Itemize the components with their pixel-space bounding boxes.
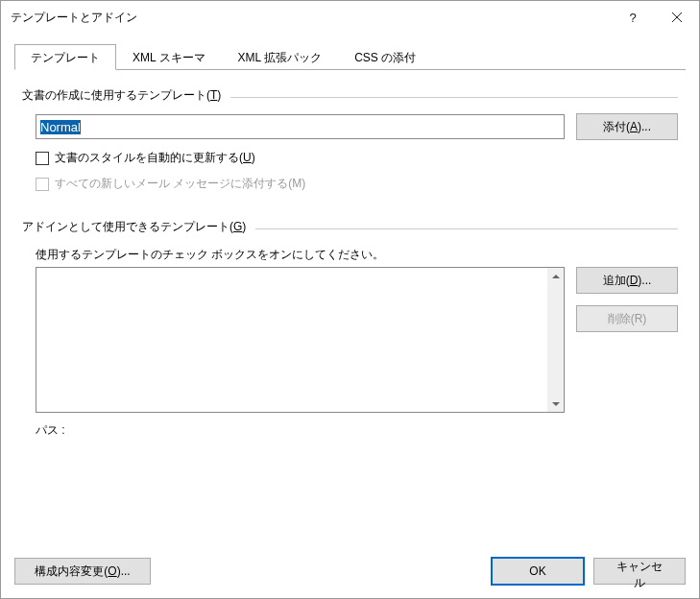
group-divider — [255, 228, 678, 229]
addin-side-buttons: 追加(D)... 削除(R) — [576, 267, 678, 413]
tab-xml-schema[interactable]: XML スキーマ — [116, 44, 222, 70]
scroll-down-button[interactable] — [547, 395, 564, 412]
tab-css-attach[interactable]: CSS の添付 — [338, 44, 432, 70]
addin-instruction: 使用するテンプレートのチェック ボックスをオンにしてください。 — [36, 247, 678, 263]
scroll-up-button[interactable] — [547, 268, 564, 284]
attach-all-mail-checkbox — [36, 178, 49, 191]
addin-templates-label: アドインとして使用できるテンプレート(G) — [22, 219, 246, 235]
titlebar: テンプレートとアドイン ? — [1, 1, 699, 34]
add-button[interactable]: 追加(D)... — [576, 267, 678, 294]
auto-update-label: 文書のスタイルを自動的に更新する(U) — [55, 150, 255, 166]
attach-all-mail-label: すべての新しいメール メッセージに添付する(M) — [55, 176, 305, 192]
document-template-group: 文書の作成に使用するテンプレート(T) — [22, 87, 678, 108]
help-button[interactable]: ? — [611, 3, 655, 32]
template-path-input[interactable] — [36, 114, 565, 139]
path-label: パス : — [36, 422, 678, 439]
organizer-button[interactable]: 構成内容変更(O)... — [14, 558, 151, 585]
chevron-up-icon — [552, 273, 560, 280]
addin-templates-listbox[interactable] — [36, 267, 565, 413]
addin-list-row: 追加(D)... 削除(R) — [22, 267, 678, 413]
chevron-down-icon — [552, 400, 560, 408]
dialog-footer: 構成内容変更(O)... OK キャンセル — [1, 548, 699, 598]
tab-templates[interactable]: テンプレート — [14, 44, 116, 70]
attach-button[interactable]: 添付(A)... — [576, 113, 678, 140]
close-icon — [672, 12, 682, 22]
remove-button: 削除(R) — [576, 305, 678, 332]
document-template-label: 文書の作成に使用するテンプレート(T) — [22, 87, 221, 104]
cancel-button[interactable]: キャンセル — [593, 558, 686, 585]
auto-update-checkbox[interactable] — [36, 152, 49, 165]
group-divider — [230, 97, 678, 98]
addin-templates-group: アドインとして使用できるテンプレート(G) — [22, 219, 678, 239]
template-row: 添付(A)... — [22, 113, 678, 140]
tab-xml-expansion[interactable]: XML 拡張パック — [222, 44, 339, 70]
auto-update-checkbox-row[interactable]: 文書のスタイルを自動的に更新する(U) — [36, 150, 678, 166]
close-button[interactable] — [655, 3, 699, 32]
ok-button[interactable]: OK — [492, 558, 584, 585]
dialog-window: テンプレートとアドイン ? テンプレート XML スキーマ XML 拡張パック … — [0, 0, 700, 599]
listbox-scrollbar[interactable] — [547, 268, 564, 412]
tab-panel-templates: 文書の作成に使用するテンプレート(T) 添付(A)... 文書のスタイルを自動的… — [14, 70, 686, 446]
attach-all-mail-checkbox-row: すべての新しいメール メッセージに添付する(M) — [36, 176, 678, 192]
dialog-title: テンプレートとアドイン — [11, 10, 611, 26]
scroll-track[interactable] — [547, 284, 564, 395]
addin-templates-section: アドインとして使用できるテンプレート(G) 使用するテンプレートのチェック ボッ… — [22, 219, 678, 439]
content-area: テンプレート XML スキーマ XML 拡張パック CSS の添付 文書の作成に… — [1, 34, 699, 548]
tab-strip: テンプレート XML スキーマ XML 拡張パック CSS の添付 — [14, 43, 686, 70]
